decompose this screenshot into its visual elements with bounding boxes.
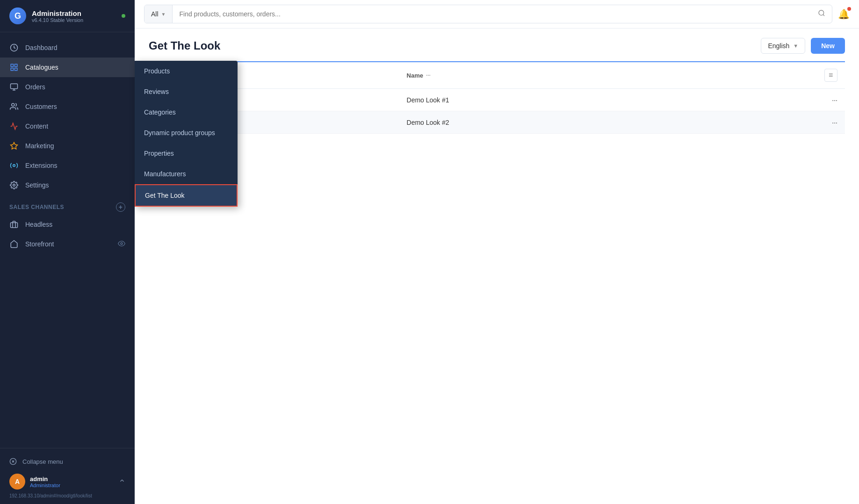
- sidebar-item-label-headless: Headless: [25, 221, 52, 228]
- sidebar-item-content[interactable]: Content: [0, 116, 135, 136]
- orders-icon: [9, 82, 19, 92]
- col-name-label: Name: [407, 72, 423, 79]
- sidebar-item-label-customers: Customers: [25, 103, 57, 110]
- submenu-item-manufacturers[interactable]: Manufacturers: [135, 164, 238, 184]
- th-settings: ≡: [817, 62, 845, 89]
- sidebar-item-storefront[interactable]: Storefront: [0, 234, 135, 254]
- sidebar-item-settings[interactable]: Settings: [0, 175, 135, 195]
- sidebar-item-label-marketing: Marketing: [25, 142, 54, 150]
- col-name-options[interactable]: ···: [426, 72, 431, 79]
- sidebar-item-extensions[interactable]: Extensions: [0, 156, 135, 175]
- storefront-icon: [9, 239, 19, 249]
- notification-badge: [847, 7, 851, 11]
- user-name: admin: [30, 475, 114, 482]
- dashboard-icon: [9, 43, 19, 52]
- svg-point-8: [12, 103, 14, 106]
- sidebar-brand: Administration v6.4.10 Stable Version: [32, 9, 116, 23]
- svg-point-10: [13, 165, 15, 167]
- page-actions: English ▼ New: [761, 38, 845, 54]
- svg-point-11: [13, 184, 15, 187]
- sidebar-header: G Administration v6.4.10 Stable Version: [0, 0, 135, 32]
- sidebar-user: A admin Administrator: [9, 469, 125, 491]
- settings-icon: [9, 180, 19, 190]
- status-dot: [122, 14, 125, 18]
- svg-rect-4: [15, 68, 17, 71]
- storefront-eye-icon: [118, 240, 125, 249]
- page-title: Get The Look: [149, 39, 220, 52]
- row2-empty: [723, 111, 817, 134]
- submenu-item-products[interactable]: Products: [135, 61, 238, 81]
- sidebar-item-orders[interactable]: Orders: [0, 77, 135, 97]
- svg-rect-1: [11, 64, 13, 66]
- submenu-item-dynamic-product-groups[interactable]: Dynamic product groups: [135, 122, 238, 143]
- collapse-menu-button[interactable]: Collapse menu: [9, 454, 125, 469]
- sidebar-item-label-catalogues: Catalogues: [25, 64, 58, 71]
- main-content: All ▼ 🔔 Get The Look English ▼ New: [135, 0, 859, 504]
- add-sales-channel-button[interactable]: +: [116, 202, 125, 212]
- sidebar-item-label-content: Content: [25, 122, 48, 130]
- svg-line-18: [823, 14, 824, 16]
- sidebar-item-customers[interactable]: Customers: [0, 97, 135, 116]
- sidebar-url: 192.168.33.10/admin#/mood/gtl/look/list: [9, 491, 125, 498]
- svg-marker-9: [11, 143, 18, 149]
- search-icon[interactable]: [811, 9, 832, 19]
- svg-point-13: [121, 243, 123, 245]
- chevron-down-icon: ▼: [793, 43, 798, 49]
- sidebar-item-dashboard[interactable]: Dashboard: [0, 38, 135, 58]
- catalogues-submenu: Products Reviews Categories Dynamic prod…: [135, 61, 238, 207]
- table-row: ✓ Demo Look #1 ···: [149, 89, 845, 111]
- customers-icon: [9, 102, 19, 111]
- row1-actions-menu[interactable]: ···: [817, 89, 845, 111]
- submenu-item-reviews[interactable]: Reviews: [135, 81, 238, 102]
- table-header-row: Active ··· Name ··· ≡: [149, 62, 845, 89]
- notification-bell[interactable]: 🔔: [838, 8, 850, 20]
- catalogues-icon: [9, 63, 19, 72]
- app-logo: G: [9, 7, 26, 24]
- topbar-icons: 🔔: [838, 8, 850, 20]
- sidebar-item-marketing[interactable]: Marketing: [0, 136, 135, 156]
- row2-actions-menu[interactable]: ···: [817, 111, 845, 134]
- sidebar-item-label-settings: Settings: [25, 181, 49, 189]
- marketing-icon: [9, 141, 19, 151]
- svg-rect-12: [11, 223, 18, 228]
- collapse-menu-label: Collapse menu: [22, 458, 63, 465]
- search-bar: All ▼: [144, 5, 832, 23]
- sidebar-footer: Collapse menu A admin Administrator 192.…: [0, 448, 135, 504]
- search-filter-dropdown[interactable]: All ▼: [144, 5, 173, 23]
- language-label: English: [768, 42, 789, 50]
- search-filter-label: All: [151, 10, 159, 18]
- sidebar-item-label-orders: Orders: [25, 83, 45, 91]
- svg-rect-5: [11, 84, 18, 89]
- app-version: v6.4.10 Stable Version: [32, 17, 116, 23]
- row2-name[interactable]: Demo Look #2: [399, 111, 723, 134]
- extensions-icon: [9, 161, 19, 170]
- svg-point-17: [819, 10, 824, 15]
- search-input[interactable]: [173, 10, 811, 18]
- column-settings-button[interactable]: ≡: [824, 69, 837, 82]
- row1-empty: [723, 89, 817, 111]
- sidebar: G Administration v6.4.10 Stable Version …: [0, 0, 135, 504]
- sidebar-nav: Dashboard Catalogues Orders Customers: [0, 32, 135, 448]
- content-icon: [9, 122, 19, 131]
- looks-table: Active ··· Name ··· ≡: [149, 61, 845, 134]
- submenu-item-get-the-look[interactable]: Get The Look: [135, 184, 238, 207]
- svg-rect-2: [15, 64, 17, 66]
- user-role: Administrator: [30, 482, 114, 488]
- sidebar-item-headless[interactable]: Headless: [0, 215, 135, 234]
- submenu-item-categories[interactable]: Categories: [135, 102, 238, 122]
- language-selector[interactable]: English ▼: [761, 38, 805, 54]
- user-menu-toggle[interactable]: [119, 477, 125, 486]
- app-name: Administration: [32, 9, 116, 17]
- th-empty: [723, 62, 817, 89]
- page-header: Get The Look English ▼ New: [135, 29, 859, 61]
- chevron-down-icon: ▼: [161, 12, 166, 17]
- sales-channels-section: Sales Channels +: [0, 195, 135, 215]
- sidebar-item-label-storefront: Storefront: [25, 240, 54, 248]
- new-button[interactable]: New: [811, 38, 845, 54]
- sidebar-item-label-dashboard: Dashboard: [25, 44, 58, 51]
- submenu-item-properties[interactable]: Properties: [135, 143, 238, 164]
- sidebar-item-catalogues[interactable]: Catalogues: [0, 58, 135, 77]
- row1-name[interactable]: Demo Look #1: [399, 89, 723, 111]
- table-row: ✓ Demo Look #2 ···: [149, 111, 845, 134]
- table-container: Active ··· Name ··· ≡: [135, 61, 859, 504]
